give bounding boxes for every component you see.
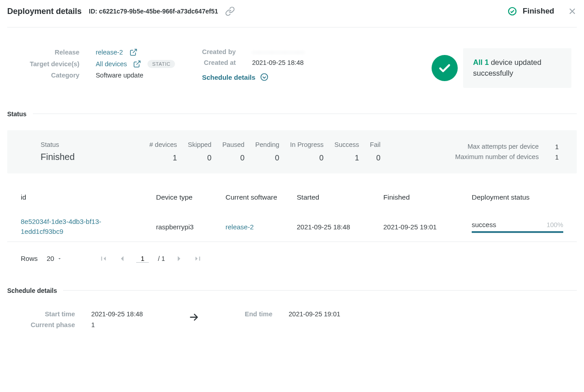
max-attempts-label: Max attempts per device (455, 143, 538, 150)
page-total: / 1 (158, 255, 165, 262)
schedule-section-heading: Schedule details (7, 287, 57, 294)
rows-per-page-select[interactable]: 20 (47, 255, 63, 262)
deployment-pct: 100% (547, 221, 563, 228)
status-count-value: 0 (188, 154, 212, 163)
caret-down-icon (57, 256, 62, 261)
status-label: Finished (523, 7, 554, 16)
chevron-down-circle-icon (260, 73, 269, 82)
prev-page-icon[interactable] (117, 254, 127, 264)
check-circle-icon (507, 6, 517, 16)
external-link-icon[interactable] (133, 60, 141, 68)
close-icon[interactable] (568, 7, 577, 16)
created-by-value: ———————— (252, 48, 304, 55)
current-phase-value: 1 (91, 321, 143, 328)
col-device-type: Device type (156, 193, 225, 201)
status-count-label: # devices (149, 141, 177, 148)
status-count-value: 0 (255, 154, 279, 163)
status-count-label: In Progress (290, 141, 323, 148)
target-link[interactable]: All devices (96, 60, 127, 68)
table-row: 8e52034f-1de3-4db3-bf13-1edd1cf93bc9 ras… (7, 206, 577, 242)
end-time-label: End time (245, 310, 272, 318)
device-id-link[interactable]: 8e52034f-1de3-4db3-bf13-1edd1cf93bc9 (21, 217, 115, 237)
start-time-label: Start time (31, 310, 75, 318)
static-badge: STATIC (147, 60, 175, 68)
created-by-label: Created by (202, 48, 236, 55)
status-count-col: Fail0 (364, 141, 386, 163)
finished-value: 2021-09-25 19:01 (383, 223, 472, 231)
deployment-status-value: success (472, 221, 496, 228)
status-count-value: 0 (370, 154, 380, 163)
status-section-heading: Status (7, 110, 27, 118)
status-count-value: 1 (334, 154, 359, 163)
status-count-col: Skipped0 (183, 141, 217, 163)
schedule-details-toggle[interactable]: Schedule details (202, 73, 304, 82)
deployment-id: ID: c6221c79-9b5e-45be-966f-a73dc647ef51 (89, 8, 218, 15)
created-at-label: Created at (202, 59, 236, 66)
status-col-label: Status (41, 141, 75, 148)
svg-point-1 (261, 74, 268, 81)
status-count-value: 0 (222, 154, 244, 163)
col-finished: Finished (383, 193, 472, 201)
success-check-icon (432, 55, 458, 81)
category-value: Software update (96, 72, 175, 79)
status-count-col: In Progress0 (285, 141, 329, 163)
status-count-col: Paused0 (217, 141, 250, 163)
start-time-value: 2021-09-25 18:48 (91, 310, 143, 318)
max-attempts-value: 1 (555, 143, 559, 150)
max-devices-value: 1 (555, 153, 559, 161)
status-count-label: Pending (255, 141, 279, 148)
category-label: Category (30, 72, 79, 79)
page-title: Deployment details (7, 7, 82, 16)
col-current-software: Current software (225, 193, 297, 201)
progress-bar (472, 231, 563, 233)
current-phase-label: Current phase (31, 321, 75, 328)
arrow-right-icon (188, 310, 200, 323)
status-count-label: Skipped (188, 141, 212, 148)
release-label: Release (30, 49, 79, 56)
status-count-col: Pending0 (250, 141, 285, 163)
started-value: 2021-09-25 18:48 (297, 223, 383, 231)
max-devices-label: Maximum number of devices (455, 153, 538, 161)
status-count-value: 0 (290, 154, 323, 163)
status-count-value: 1 (149, 154, 177, 163)
rows-label: Rows (21, 255, 38, 262)
next-page-icon[interactable] (174, 254, 184, 264)
success-message: All 1 device updated successfully (473, 57, 561, 79)
status-count-col: Success1 (329, 141, 364, 163)
external-link-icon[interactable] (129, 48, 138, 56)
status-count-col: # devices1 (144, 141, 182, 163)
current-software-link[interactable]: release-2 (225, 223, 297, 231)
page-input[interactable] (136, 255, 149, 263)
status-col-value: Finished (41, 152, 75, 162)
status-count-label: Fail (370, 141, 380, 148)
last-page-icon[interactable] (193, 254, 203, 264)
col-deployment-status: Deployment status (472, 193, 563, 201)
status-count-label: Paused (222, 141, 244, 148)
end-time-value: 2021-09-25 19:01 (289, 310, 340, 318)
status-count-label: Success (334, 141, 359, 148)
col-id: id (21, 193, 156, 201)
release-link[interactable]: release-2 (96, 49, 123, 56)
target-label: Target device(s) (30, 60, 79, 68)
copy-link-icon[interactable] (225, 6, 235, 16)
first-page-icon[interactable] (98, 254, 108, 264)
col-started: Started (297, 193, 383, 201)
device-type-value: raspberrypi3 (156, 223, 225, 231)
created-at-value: 2021-09-25 18:48 (252, 59, 304, 66)
